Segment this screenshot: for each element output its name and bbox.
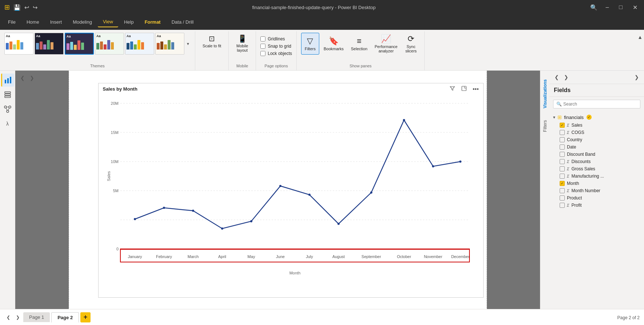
svg-text:0: 0 — [116, 247, 118, 251]
ribbon-collapse-btn[interactable]: ▲ — [637, 34, 643, 40]
title-search-icon[interactable]: 🔍 — [590, 4, 597, 11]
tree-field-manufacturing[interactable]: Σ Manufacturing ... — [549, 173, 644, 180]
theme-tile-5[interactable]: Aa — [125, 33, 154, 55]
tree-field-date[interactable]: Date — [549, 143, 644, 151]
tree-field-month-number[interactable]: Σ Month Number — [549, 187, 644, 194]
menu-home[interactable]: Home — [21, 17, 44, 27]
mobile-layout-btn[interactable]: 📱 Mobilelayout — [233, 33, 251, 54]
tree-parent-financials[interactable]: ▼ ⊞ financials ✓ — [549, 113, 644, 122]
tree-parent-label-financials: financials — [564, 115, 584, 120]
search-input[interactable] — [563, 102, 637, 107]
svg-point-6 — [4, 106, 7, 108]
field-check-gross-sales[interactable] — [560, 166, 565, 171]
svg-point-51 — [459, 160, 461, 163]
theme-tile-3[interactable]: Aa — [65, 33, 94, 55]
menu-insert[interactable]: Insert — [45, 17, 67, 27]
maximize-button[interactable]: □ — [617, 3, 625, 11]
tree-field-discounts[interactable]: Σ Discounts — [549, 158, 644, 165]
field-check-product[interactable] — [560, 195, 565, 201]
selection-pane-btn[interactable]: ≡ Selection — [348, 33, 370, 55]
gridlines-checkbox-row[interactable]: Gridlines — [260, 36, 292, 42]
status-text: Page 2 of 2 — [617, 315, 640, 320]
field-check-cogs[interactable] — [560, 130, 565, 135]
sync-slicers-btn[interactable]: ⟳ Syncslicers — [402, 33, 420, 55]
minimize-button[interactable]: – — [603, 3, 611, 11]
fields-tree: ▼ ⊞ financials ✓ Σ Sales Σ COGS — [549, 111, 644, 309]
svg-text:May: May — [247, 254, 255, 259]
theme-tile-6[interactable]: Aa — [155, 33, 184, 55]
search-box[interactable]: 🔍 — [553, 100, 640, 108]
tree-field-discount-band[interactable]: Discount Band — [549, 151, 644, 158]
menu-file[interactable]: File — [3, 17, 21, 27]
themes-chevron[interactable]: ▼ — [185, 41, 191, 47]
svg-text:10M: 10M — [111, 159, 118, 164]
lock-objects-checkbox-row[interactable]: Lock objects — [260, 50, 292, 57]
scale-to-fit-btn[interactable]: ⊡ Scale to fit — [200, 33, 224, 49]
panel-nav-left[interactable]: ❮ — [552, 73, 561, 82]
page-tab-1[interactable]: Page 1 — [23, 312, 50, 322]
performance-analyzer-btn[interactable]: 📈 Performanceanalyzer — [372, 33, 400, 55]
performance-icon: 📈 — [381, 34, 391, 44]
menu-modeling[interactable]: Modeling — [68, 17, 97, 27]
snap-to-grid-checkbox[interactable] — [260, 44, 265, 49]
page-prev-btn[interactable]: ❮ — [4, 313, 12, 321]
field-check-date[interactable] — [560, 144, 565, 150]
redo-icon[interactable]: ↪ — [33, 4, 37, 11]
field-check-country[interactable] — [560, 137, 565, 142]
page-tab-2[interactable]: Page 2 — [51, 312, 79, 322]
status-bar-left: ❮ ❯ Page 1 Page 2 + — [4, 312, 616, 322]
close-button[interactable]: ✕ — [631, 3, 640, 12]
theme-tile-2[interactable]: Aa — [35, 33, 64, 55]
chart-more-btn[interactable]: ••• — [471, 85, 480, 93]
nav-report[interactable] — [1, 74, 14, 87]
tree-field-month[interactable]: Month — [549, 180, 644, 187]
left-nav: λ — [0, 71, 15, 309]
visualizations-tab[interactable]: Visualizations — [540, 74, 550, 114]
tree-field-country[interactable]: Country — [549, 136, 644, 143]
tree-field-gross-sales[interactable]: Σ Gross Sales — [549, 165, 644, 173]
field-check-profit[interactable] — [560, 203, 565, 208]
menu-bar: File Home Insert Modeling View Help Form… — [0, 15, 644, 30]
chart-visual[interactable]: Sales by Month ••• — [98, 83, 484, 298]
bookmarks-pane-btn[interactable]: 🔖 Bookmarks — [321, 33, 347, 55]
page-canvas[interactable]: Sales by Month ••• — [69, 71, 487, 309]
field-label-month-number: Month Number — [572, 188, 600, 193]
add-page-btn[interactable]: + — [80, 312, 91, 322]
tree-field-sales[interactable]: Σ Sales — [549, 122, 644, 129]
field-check-month-number[interactable] — [560, 188, 565, 193]
field-label-manufacturing: Manufacturing ... — [572, 174, 604, 179]
save-icon[interactable]: 💾 — [13, 4, 21, 11]
filters-tab[interactable]: Filters — [540, 114, 550, 138]
chart-filter-btn[interactable] — [448, 85, 457, 94]
tree-field-product[interactable]: Product — [549, 194, 644, 202]
theme-tile-1[interactable]: Aa — [4, 33, 33, 55]
panel-nav-right[interactable]: ❯ — [562, 73, 571, 82]
svg-point-43 — [221, 227, 223, 230]
chart-expand-btn[interactable] — [460, 85, 468, 94]
tree-field-profit[interactable]: Σ Profit — [549, 202, 644, 209]
filters-pane-btn[interactable]: ▽ Filters — [301, 33, 319, 55]
field-check-month[interactable] — [560, 181, 565, 186]
canvas-nav-left[interactable]: ❮ — [18, 74, 27, 82]
snap-to-grid-checkbox-row[interactable]: Snap to grid — [260, 43, 292, 49]
field-check-discounts[interactable] — [560, 159, 565, 164]
page-next-btn[interactable]: ❯ — [14, 313, 22, 321]
menu-datadrill[interactable]: Data / Drill — [167, 17, 199, 27]
menu-format[interactable]: Format — [140, 17, 166, 27]
undo-icon[interactable]: ↩ — [24, 4, 29, 11]
nav-data[interactable] — [1, 88, 14, 101]
tree-field-cogs[interactable]: Σ COGS — [549, 129, 644, 136]
menu-help[interactable]: Help — [119, 17, 139, 27]
canvas-nav-right[interactable]: ❯ — [28, 74, 36, 82]
field-check-discount-band[interactable] — [560, 152, 565, 157]
nav-model[interactable] — [1, 103, 14, 116]
nav-dax[interactable]: λ — [1, 117, 14, 130]
field-check-manufacturing[interactable] — [560, 174, 565, 179]
theme-tile-4[interactable]: Aa — [95, 33, 124, 55]
gridlines-checkbox[interactable] — [260, 36, 265, 41]
body-wrapper: λ Sales by Month ••• — [0, 71, 644, 309]
lock-objects-checkbox[interactable] — [260, 51, 265, 56]
panel-expand-right[interactable]: ❯ — [632, 73, 641, 82]
field-check-sales[interactable] — [560, 123, 565, 128]
menu-view[interactable]: View — [98, 17, 118, 27]
